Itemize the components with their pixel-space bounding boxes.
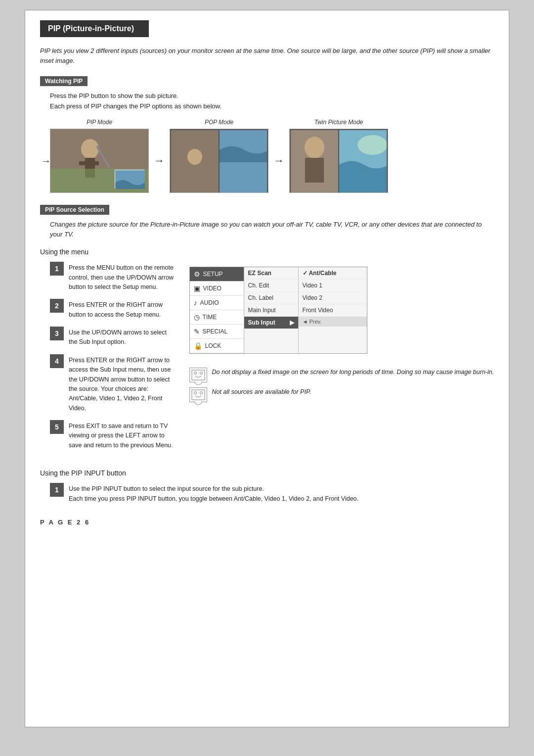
step-5-text: Press EXIT to save and return to TV view…: [69, 420, 175, 450]
watching-pip-label: Watching PIP: [40, 76, 88, 86]
pip-input-block: Using the PIP INPUT button 1 Use the PIP…: [40, 469, 494, 504]
pop-mode-image: [170, 129, 268, 193]
right-item-frontvideo: Front Video: [299, 304, 367, 317]
step-4-row: 4 Press ENTER or the RIGHT arrow to acce…: [50, 354, 175, 413]
menu-main-row: ⚙ SETUP ▣ VIDEO ♪ AUDIO: [190, 267, 367, 353]
menu-item-video: ▣ VIDEO: [190, 282, 244, 296]
using-menu-label: Using the menu: [40, 248, 494, 256]
pip-input-section: Using the PIP INPUT button 1 Use the PIP…: [40, 469, 494, 504]
pop-mode-label: POP Mode: [205, 119, 233, 126]
pip-source-description: Changes the picture source for the Pictu…: [50, 220, 494, 240]
svg-rect-15: [305, 158, 324, 183]
pip-input-label: Using the PIP INPUT button: [40, 469, 494, 477]
pip-input-step-1-text: Use the PIP INPUT button to select the i…: [69, 483, 358, 504]
pop-cell-1-svg: [171, 130, 219, 193]
subinput-label: Sub Input: [248, 319, 275, 326]
svg-point-17: [357, 135, 387, 155]
step-3-num: 3: [50, 327, 64, 340]
note-1-row: Do not display a fixed image on the scre…: [189, 368, 494, 382]
svg-rect-21: [192, 390, 205, 400]
note-2-icon: [189, 387, 207, 402]
page-footer: P A G E 2 6: [40, 519, 494, 526]
svg-point-20: [200, 372, 202, 375]
steps-container: 1 Press the MENU button on the remote co…: [50, 262, 494, 457]
step-1-row: 1 Press the MENU button on the remote co…: [50, 262, 175, 292]
pop-cell-2: [220, 130, 267, 193]
pip-input-step-1-row: 1 Use the PIP INPUT button to select the…: [50, 483, 494, 504]
pip-input-step-1-num: 1: [50, 483, 64, 497]
note-pip-icon: [191, 389, 205, 400]
menu-left-col: ⚙ SETUP ▣ VIDEO ♪ AUDIO: [190, 267, 244, 353]
arrow-2: →: [273, 154, 284, 167]
notes-area: Do not display a fixed image on the scre…: [189, 368, 494, 407]
menu-item-special: ✎ SPECIAL: [190, 325, 244, 339]
menu-right-col: Ant/Cable Video 1 Video 2 Front Video ◄ …: [299, 267, 367, 353]
note-1-icon: [189, 368, 207, 382]
video-icon: ▣: [194, 284, 200, 292]
watching-pip-text: Press the PIP button to show the sub pic…: [50, 91, 494, 112]
center-item-chedit: Ch. Edit: [244, 280, 298, 292]
step-2-text: Press ENTER or the RIGHT arrow button to…: [69, 299, 175, 320]
step-4-text: Press ENTER or the RIGHT arrow to access…: [69, 354, 175, 413]
pip-mode-image: [50, 129, 149, 193]
page-container: PIP (Picture-in-Picture) PIP lets you vi…: [25, 10, 509, 727]
center-item-subinput: Sub Input ▶: [244, 317, 298, 329]
step-1-text: Press the MENU button on the remote cont…: [69, 262, 175, 292]
step-2-row: 2 Press ENTER or the RIGHT arrow button …: [50, 299, 175, 320]
note-burn-icon: [191, 370, 205, 380]
step-4-num: 4: [50, 354, 64, 368]
special-label: SPECIAL: [203, 328, 228, 335]
menu-item-time: ◷ TIME: [190, 310, 244, 325]
watching-pip-block: Press the PIP button to show the sub pic…: [40, 91, 494, 193]
menu-item-setup: ⚙ SETUP: [190, 267, 244, 282]
twin-cell-2: [339, 130, 387, 191]
page-title: PIP (Picture-in-Picture): [40, 20, 149, 37]
note-1-text: Do not display a fixed image on the scre…: [212, 368, 494, 377]
svg-point-23: [200, 392, 202, 394]
time-label: TIME: [203, 314, 217, 321]
pip-mode-label: PIP Mode: [87, 119, 112, 126]
pip-mode-block: PIP Mode →: [50, 119, 149, 193]
menu-item-audio: ♪ AUDIO: [190, 296, 244, 310]
svg-point-19: [194, 372, 196, 375]
pip-source-label: PIP Source Selection: [40, 205, 109, 215]
note-2-text: Not all sources are available for PIP.: [212, 387, 312, 397]
pip-source-section: PIP Source Selection Changes the picture…: [40, 205, 494, 458]
step-5-num: 5: [50, 420, 64, 434]
right-item-antcable: Ant/Cable: [299, 267, 367, 280]
right-item-video2: Video 2: [299, 292, 367, 304]
step-3-row: 3 Use the UP/DOWN arrows to select the S…: [50, 327, 175, 347]
center-item-ezscan: EZ Scan: [244, 267, 298, 280]
step-3-text: Use the UP/DOWN arrows to select the Sub…: [69, 327, 175, 347]
subinput-arrow: ▶: [290, 319, 294, 326]
menu-and-notes: ⚙ SETUP ▣ VIDEO ♪ AUDIO: [189, 262, 494, 457]
center-item-maininput: Main Input: [244, 304, 298, 317]
pip-inset-svg: [115, 170, 145, 189]
step-2-num: 2: [50, 299, 64, 313]
pip-modes-row: PIP Mode →: [50, 119, 494, 193]
pip-left-arrow: →: [41, 155, 51, 166]
arrow-1: →: [154, 154, 165, 167]
watching-pip-section: Watching PIP Press the PIP button to sho…: [40, 76, 494, 193]
time-icon: ◷: [194, 313, 200, 321]
twin-cell-2-svg: [339, 130, 387, 193]
svg-point-1: [81, 139, 99, 159]
pop-mode-block: POP Mode: [170, 119, 268, 193]
menu-mockup: ⚙ SETUP ▣ VIDEO ♪ AUDIO: [189, 267, 367, 354]
center-item-chlabel: Ch. Label: [244, 292, 298, 304]
audio-icon: ♪: [194, 299, 197, 307]
twin-mode-block: Twin Picture Mode: [289, 119, 388, 193]
pop-cell-2-svg: [220, 130, 267, 193]
twin-mode-label: Twin Picture Mode: [314, 119, 363, 126]
svg-point-14: [305, 137, 324, 158]
setup-label: SETUP: [203, 271, 223, 278]
twin-mode-image: [289, 129, 388, 193]
menu-item-lock: 🔒 LOCK: [190, 339, 244, 353]
step-5-row: 5 Press EXIT to save and return to TV vi…: [50, 420, 175, 450]
svg-point-22: [194, 392, 196, 394]
menu-center-col: EZ Scan Ch. Edit Ch. Label Main Input Su…: [244, 267, 299, 353]
pip-mode-wrapper: →: [50, 129, 149, 193]
pip-inset-image: [115, 170, 144, 189]
step-1-num: 1: [50, 262, 64, 276]
steps-left: 1 Press the MENU button on the remote co…: [50, 262, 175, 457]
